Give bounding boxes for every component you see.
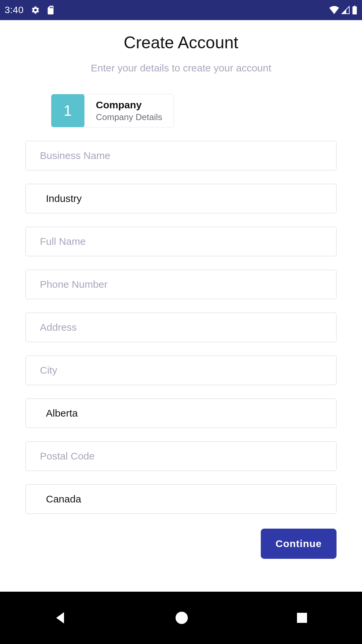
page-subtitle: Enter your details to create your accoun… <box>25 62 337 74</box>
continue-button[interactable]: Continue <box>261 529 337 559</box>
page-title: Create Account <box>25 33 337 52</box>
page-content: Create Account Enter your details to cre… <box>0 20 362 559</box>
country-select-value: Canada <box>46 493 81 505</box>
button-row: Continue <box>25 529 337 559</box>
status-time: 3:40 <box>5 5 24 15</box>
address-input[interactable] <box>25 313 337 342</box>
sd-card-icon <box>47 6 55 14</box>
country-select[interactable]: Canada <box>25 484 337 514</box>
form: Industry Alberta Canada <box>25 141 337 514</box>
settings-gear-icon <box>31 6 40 14</box>
step-subtitle: Company Details <box>96 112 162 122</box>
postal-code-input[interactable] <box>25 441 337 471</box>
step-card: 1 Company Company Details <box>51 94 174 127</box>
recent-apps-icon[interactable] <box>296 612 308 624</box>
step-indicator-row: 1 Company Company Details <box>51 94 337 127</box>
battery-icon <box>352 6 357 14</box>
step-text: Company Company Details <box>84 94 174 127</box>
status-left: 3:40 <box>5 5 55 15</box>
svg-rect-1 <box>297 613 307 623</box>
status-bar: 3:40 <box>0 0 362 20</box>
full-name-input[interactable] <box>25 227 337 256</box>
step-title: Company <box>96 99 162 111</box>
back-icon[interactable] <box>54 610 67 625</box>
province-select-value: Alberta <box>46 408 78 419</box>
cellular-signal-icon <box>341 6 350 14</box>
svg-point-0 <box>176 612 188 624</box>
android-nav-bar <box>0 592 362 644</box>
industry-select[interactable]: Industry <box>25 184 337 213</box>
wifi-icon <box>329 6 339 14</box>
phone-number-input[interactable] <box>25 270 337 299</box>
status-right <box>329 6 357 14</box>
business-name-input[interactable] <box>25 141 337 170</box>
step-number-badge: 1 <box>51 94 84 127</box>
home-icon[interactable] <box>175 611 188 625</box>
industry-select-value: Industry <box>46 193 82 204</box>
province-select[interactable]: Alberta <box>25 398 337 428</box>
city-input[interactable] <box>25 356 337 385</box>
